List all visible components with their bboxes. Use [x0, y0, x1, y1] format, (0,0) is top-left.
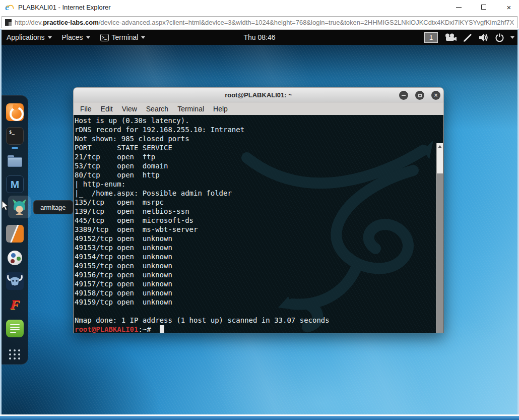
volume-icon[interactable]	[479, 33, 489, 42]
chevron-down-icon	[48, 36, 52, 39]
terminal-appmenu[interactable]: >_ Terminal	[95, 30, 151, 45]
dock-item-faraday[interactable]: F	[6, 296, 24, 314]
metasploit-icon: M	[6, 175, 24, 193]
menu-view[interactable]: View	[117, 105, 142, 113]
terminal-prompt: root@PLABKALI01:~#	[75, 325, 164, 333]
terminal-output: Host is up (0.30s latency).rDNS record f…	[75, 116, 330, 325]
url-prefix: http://dev.	[15, 19, 43, 26]
internet-explorer-icon: e	[5, 3, 14, 12]
terminal-line: 139/tcp open netbios-ssn	[75, 207, 330, 216]
prompt-path: :~#	[138, 325, 155, 333]
power-icon[interactable]	[495, 33, 504, 42]
topbar-status-area: 1	[424, 30, 514, 45]
screen: e PLABKALI01 - Internet Explorer × http:…	[0, 0, 519, 420]
dock-item-metasploit[interactable]: M	[6, 175, 24, 193]
dock-item-burpsuite[interactable]	[6, 225, 24, 243]
beef-icon	[6, 272, 24, 290]
dock-item-files[interactable]	[6, 152, 24, 170]
terminal-titlebar[interactable]: root@PLABKALI01: ~ ×	[73, 87, 444, 102]
prompt-user: root@PLABKALI01	[75, 325, 138, 333]
applications-menu[interactable]: Applications	[2, 30, 57, 45]
terminal-line: 49157/tcp open unknown	[75, 279, 330, 288]
minimize-icon	[402, 95, 406, 96]
dock-item-firefox[interactable]	[6, 103, 24, 121]
show-applications-icon	[6, 346, 24, 364]
minimize-icon	[456, 7, 462, 8]
terminal-minimize-button[interactable]	[399, 91, 408, 100]
mouse-cursor	[2, 200, 10, 211]
terminal-maximize-button[interactable]	[415, 91, 424, 100]
site-favicon	[5, 19, 12, 26]
terminal-line: 49159/tcp open unknown	[75, 297, 330, 307]
burpsuite-icon	[6, 225, 24, 243]
terminal-line: 135/tcp open msrpc	[75, 198, 330, 207]
terminal-scrollbar[interactable]	[436, 143, 443, 333]
close-icon: ×	[434, 92, 437, 98]
running-indicator	[12, 147, 18, 149]
terminal-line: 3389/tcp open ms-wbt-server	[75, 225, 330, 234]
scroll-up-arrow[interactable]	[437, 143, 443, 150]
terminal-line: |_ /home.aspx: Possible admin folder	[75, 189, 330, 198]
ie-frame-bottom	[0, 416, 519, 420]
terminal-line: Host is up (0.30s latency).	[75, 116, 330, 125]
terminal-line: 49158/tcp open unknown	[75, 288, 330, 297]
url-domain: practice-labs.com	[43, 19, 99, 26]
terminal-icon: >_	[100, 34, 109, 41]
files-icon	[6, 152, 24, 170]
applications-label: Applications	[7, 33, 45, 41]
maximize-icon	[481, 5, 486, 10]
armitage-icon	[11, 198, 28, 216]
screencast-camera-icon[interactable]	[444, 33, 457, 41]
terminal-menubar: File Edit View Search Terminal Help	[73, 102, 444, 115]
menu-help[interactable]: Help	[209, 105, 232, 113]
terminal-content[interactable]: Host is up (0.30s latency).rDNS record f…	[73, 115, 444, 333]
dock-item-beef[interactable]	[6, 272, 24, 290]
ie-urlbar: http://dev.practice-labs.com/device-adva…	[0, 15, 519, 29]
maximize-button[interactable]	[474, 0, 494, 14]
remote-desktop: Applications Places >_ Terminal Thu 08:4…	[2, 29, 517, 414]
workspace-indicator[interactable]: 1	[424, 32, 438, 43]
dock-tooltip: armitage	[33, 200, 73, 214]
terminal-line: Nmap done: 1 IP address (1 host up) scan…	[75, 316, 330, 325]
menu-file[interactable]: File	[76, 105, 96, 113]
dock-item-terminal[interactable]: $_	[6, 127, 24, 145]
text-cursor	[160, 325, 164, 333]
dock-item-text-editor[interactable]	[6, 320, 24, 337]
terminal-line: 445/tcp open microsoft-ds	[75, 216, 330, 225]
terminal-window: root@PLABKALI01: ~ × File Edit View Sear…	[73, 87, 444, 333]
terminal-line: | http-enum:	[75, 179, 330, 189]
chevron-down-icon[interactable]	[510, 36, 514, 39]
terminal-app-icon: $_	[6, 127, 24, 145]
chevron-down-icon	[141, 36, 145, 39]
terminal-line: 21/tcp open ftp	[75, 152, 330, 161]
terminal-close-button[interactable]: ×	[431, 91, 440, 100]
terminal-line	[75, 307, 330, 316]
terminal-line: 49156/tcp open unknown	[75, 270, 330, 279]
scrollbar-thumb[interactable]	[437, 173, 443, 333]
url-path: /device-advanced.aspx?client=html&device…	[99, 19, 514, 26]
url-text[interactable]: http://dev.practice-labs.com/device-adva…	[15, 19, 514, 26]
dock-item-show-applications[interactable]	[6, 346, 24, 364]
chevron-down-icon	[86, 36, 90, 39]
pen-input-icon[interactable]	[463, 33, 472, 42]
close-button[interactable]: ×	[499, 0, 519, 14]
text-editor-icon	[6, 320, 24, 337]
address-bar[interactable]: http://dev.practice-labs.com/device-adva…	[2, 16, 517, 28]
dock-item-maltego[interactable]	[6, 249, 24, 267]
minimize-button[interactable]	[448, 0, 469, 14]
firefox-icon	[6, 103, 24, 121]
terminal-line: rDNS record for 192.168.255.10: Intranet	[75, 125, 330, 134]
maximize-icon	[418, 94, 422, 97]
close-icon: ×	[507, 4, 511, 11]
places-menu[interactable]: Places	[57, 30, 95, 45]
terminal-line: 53/tcp open domain	[75, 161, 330, 170]
gnome-topbar: Applications Places >_ Terminal Thu 08:4…	[2, 30, 517, 45]
faraday-icon: F	[6, 296, 24, 314]
menu-edit[interactable]: Edit	[96, 105, 117, 113]
terminal-appmenu-label: Terminal	[112, 33, 139, 41]
favorites-dock: $_ M	[2, 95, 28, 365]
terminal-line: 80/tcp open http	[75, 170, 330, 179]
menu-terminal[interactable]: Terminal	[173, 105, 209, 113]
menu-search[interactable]: Search	[142, 105, 173, 113]
maltego-icon	[6, 249, 24, 267]
